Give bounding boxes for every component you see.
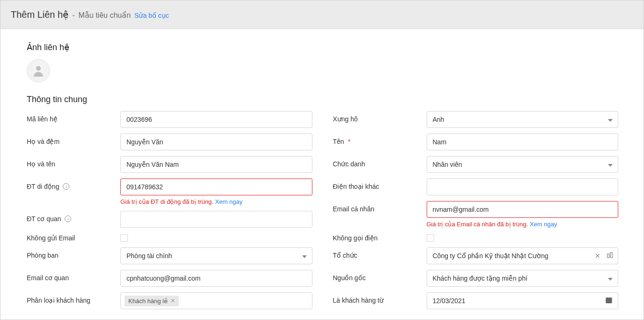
remove-tag-icon[interactable]: ✕ [170, 298, 175, 304]
form-column-right: Xưng hô Tên * Chức danh [333, 111, 619, 309]
info-icon[interactable]: i [65, 216, 71, 222]
label-no-call: Không gọi điện [333, 233, 427, 242]
info-icon[interactable]: i [63, 183, 69, 190]
label-source: Nguồn gốc [333, 270, 427, 282]
section-photo-title: Ảnh liên hệ [27, 42, 618, 52]
customer-since-input[interactable] [427, 292, 619, 309]
label-first-name: Tên * [333, 134, 427, 145]
calendar-icon[interactable] [605, 297, 613, 305]
label-customer-since: Là khách hàng từ [333, 292, 427, 304]
edit-layout-link[interactable]: Sửa bố cục [134, 12, 169, 19]
department-select[interactable] [120, 247, 312, 264]
other-phone-input[interactable] [427, 179, 619, 195]
label-work-email: Email cơ quan [27, 270, 120, 282]
mobile-error: Giá trị của ĐT di động đã bị trùng. Xem … [120, 198, 312, 205]
contact-code-input[interactable] [120, 111, 312, 128]
label-mobile: ĐT di động i [27, 179, 120, 190]
page-title: Thêm Liên hệ [11, 9, 68, 20]
office-phone-input[interactable] [120, 211, 312, 228]
label-full-name: Họ và tên [27, 156, 120, 168]
first-name-input[interactable] [427, 134, 619, 150]
label-other-phone: Điện thoại khác [333, 179, 427, 190]
label-no-email: Không gửi Email [27, 233, 120, 242]
customer-type-input[interactable]: Khách hàng lẻ ✕ [120, 292, 312, 309]
user-icon [31, 64, 45, 78]
organization-input[interactable] [427, 247, 619, 264]
salutation-select[interactable] [427, 111, 619, 128]
svg-rect-1 [606, 298, 612, 303]
clear-icon[interactable]: ✕ [595, 252, 600, 260]
label-salutation: Xưng hô [333, 111, 427, 123]
label-job-title: Chức danh [333, 156, 427, 168]
label-office-phone: ĐT cơ quan i [27, 211, 120, 223]
form-column-left: Mã liên hệ Họ và đệm Họ và tên ĐT di độn… [27, 111, 312, 309]
separator: - [72, 11, 74, 20]
work-email-input[interactable] [120, 270, 312, 287]
mobile-view-duplicate-link[interactable]: Xem ngay [215, 198, 243, 205]
mobile-input[interactable] [120, 179, 312, 195]
building-icon[interactable] [606, 252, 614, 260]
label-department: Phòng ban [27, 247, 120, 259]
personal-email-error: Giá trị của Email cá nhân đã bị trùng. X… [427, 221, 619, 228]
section-general-title: Thông tin chung [27, 95, 618, 104]
last-name-input[interactable] [120, 134, 312, 150]
no-call-checkbox[interactable] [427, 234, 434, 242]
personal-email-input[interactable] [427, 201, 619, 218]
no-email-checkbox[interactable] [120, 234, 128, 242]
source-select[interactable] [427, 270, 619, 287]
label-organization: Tổ chức [333, 247, 427, 259]
email-view-duplicate-link[interactable]: Xem ngay [530, 221, 557, 228]
full-name-input[interactable] [120, 156, 312, 173]
label-last-name: Họ và đệm [27, 134, 120, 145]
customer-type-tag: Khách hàng lẻ ✕ [125, 296, 179, 306]
job-title-select[interactable] [427, 156, 619, 173]
label-personal-email: Email cá nhân [333, 201, 427, 213]
label-contact-code: Mã liên hệ [27, 111, 120, 123]
page-header: Thêm Liên hệ - Mẫu tiêu chuẩn Sửa bố cục [0, 0, 644, 29]
svg-point-0 [36, 66, 41, 71]
template-name: Mẫu tiêu chuẩn [79, 11, 131, 20]
avatar-upload[interactable] [27, 59, 50, 82]
label-customer-type: Phân loại khách hàng [27, 292, 120, 304]
